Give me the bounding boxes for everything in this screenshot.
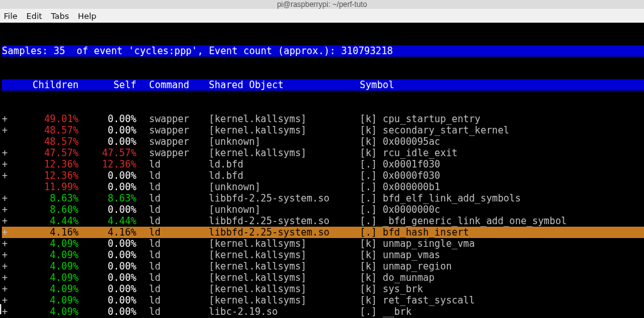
cell-command: ld <box>136 227 196 238</box>
expand-toggle[interactable]: + <box>2 193 8 204</box>
cell-command: swapper <box>136 147 196 159</box>
cell-symbol: [k] unmap_vmas <box>357 249 644 261</box>
cell-self: 0.00% <box>79 283 136 295</box>
table-row[interactable]: +4.09%0.00%ld[kernel.kallsyms][k] do_mun… <box>2 272 644 283</box>
cell-shared-object: [unknown] <box>196 181 357 193</box>
cell-command: ld <box>136 306 196 317</box>
expand-toggle[interactable]: + <box>2 125 8 136</box>
cell-shared-object: libbfd-2.25-system.so <box>196 193 357 204</box>
cell-command: ld <box>136 249 196 261</box>
cell-command: ld <box>136 283 196 295</box>
table-row[interactable]: +12.36%12.36%ldld.bfd[.] 0x0001f030 <box>2 159 644 170</box>
cell-self: 0.00% <box>79 125 136 136</box>
menu-edit[interactable]: Edit <box>26 11 42 21</box>
table-row[interactable]: 11.99%0.00%ld[unknown][.] 0x000000b1 <box>2 181 644 193</box>
cell-self: 8.63% <box>79 193 136 204</box>
cell-command: ld <box>136 215 196 227</box>
table-row[interactable]: 48.57%0.00%swapper[unknown][k] 0x000095a… <box>2 136 644 147</box>
cell-symbol: [k] 0x000095ac <box>357 136 644 147</box>
cell-children: 47.57% <box>8 147 79 159</box>
cell-children: 8.60% <box>8 204 79 215</box>
cell-symbol: [k] ret_fast_syscall <box>357 295 644 306</box>
table-row[interactable]: +4.09%0.00%ld[kernel.kallsyms][k] unmap_… <box>2 249 644 261</box>
menu-file[interactable]: File <box>4 11 18 21</box>
table-row[interactable]: +8.60%0.00%ld[unknown][.] 0x0000000c <box>2 204 644 215</box>
col-children: Children <box>8 79 79 91</box>
cell-children: 4.09% <box>8 249 79 261</box>
cell-self: 0.00% <box>79 306 136 317</box>
cell-shared-object: [kernel.kallsyms] <box>196 125 357 136</box>
cell-children: 11.99% <box>8 181 79 193</box>
cell-command: ld <box>136 272 196 283</box>
expand-toggle[interactable]: + <box>2 215 8 227</box>
table-row[interactable]: +12.36%0.00%ldld.bfd[.] 0x0000f030 <box>2 170 644 181</box>
col-object: Shared Object <box>196 79 357 91</box>
window-title: pi@raspberrypi: ~/perf-tuto <box>0 0 644 9</box>
cell-children: 12.36% <box>8 170 79 181</box>
expand-toggle[interactable]: + <box>2 283 8 295</box>
expand-toggle[interactable]: + <box>2 170 8 181</box>
cell-children: 48.57% <box>8 136 79 147</box>
menu-help[interactable]: Help <box>78 11 97 21</box>
cell-symbol: [.] bfd_elf_link_add_symbols <box>357 193 644 204</box>
cell-shared-object: [kernel.kallsyms] <box>196 147 357 159</box>
cell-self: 0.00% <box>79 204 136 215</box>
menubar: File Edit Tabs Help <box>0 9 644 23</box>
table-row[interactable]: +4.09%0.00%ld[kernel.kallsyms][k] sys_br… <box>2 283 644 295</box>
cell-symbol: [k] unmap_single_vma <box>357 238 644 249</box>
cell-shared-object: [kernel.kallsyms] <box>196 113 357 125</box>
cell-symbol: [k] sys_brk <box>357 283 644 295</box>
cell-children: 12.36% <box>8 159 79 170</box>
cell-self: 0.00% <box>79 170 136 181</box>
table-row[interactable]: +4.16%4.16%ldlibbfd-2.25-system.so[.] bf… <box>2 227 644 238</box>
expand-toggle[interactable] <box>2 136 8 147</box>
cell-self: 0.00% <box>79 113 136 125</box>
expand-toggle[interactable]: + <box>2 204 8 215</box>
perf-summary-line: Samples: 35 of event 'cycles:ppp', Event… <box>2 45 644 57</box>
cell-children: 4.44% <box>8 215 79 227</box>
cell-children: 4.16% <box>8 227 79 238</box>
cell-shared-object: [kernel.kallsyms] <box>196 249 357 261</box>
cell-shared-object: ld.bfd <box>196 159 357 170</box>
cell-shared-object: libbfd-2.25-system.so <box>196 227 357 238</box>
table-row[interactable]: +49.01%0.00%swapper[kernel.kallsyms][k] … <box>2 113 644 125</box>
expand-toggle[interactable]: + <box>2 147 8 159</box>
table-row[interactable]: +4.09%0.00%ldlibc-2.19.so[.] __brk <box>2 306 644 317</box>
cell-command: ld <box>136 170 196 181</box>
cell-command: ld <box>136 261 196 272</box>
cell-command: swapper <box>136 125 196 136</box>
table-row[interactable]: +4.09%0.00%ld[kernel.kallsyms][k] unmap_… <box>2 261 644 272</box>
menu-tabs[interactable]: Tabs <box>51 11 69 21</box>
expand-toggle[interactable]: + <box>2 295 8 306</box>
expand-toggle[interactable]: + <box>2 272 8 283</box>
terminal-output[interactable]: Samples: 35 of event 'cycles:ppp', Event… <box>0 23 644 318</box>
table-row[interactable]: +48.57%0.00%swapper[kernel.kallsyms][k] … <box>2 125 644 136</box>
table-row[interactable]: +4.09%0.00%ld[kernel.kallsyms][k] ret_fa… <box>2 295 644 306</box>
table-row[interactable]: +4.44%4.44%ldlibbfd-2.25-system.so[.] _b… <box>2 215 644 227</box>
expand-toggle[interactable] <box>2 181 8 193</box>
cell-symbol: [k] cpu_startup_entry <box>357 113 644 125</box>
perf-column-headers: Children Self Command Shared Object Symb… <box>2 79 644 91</box>
cell-children: 49.01% <box>8 113 79 125</box>
cell-shared-object: [unknown] <box>196 136 357 147</box>
expand-toggle[interactable]: + <box>2 249 8 261</box>
cell-shared-object: libc-2.19.so <box>196 306 357 317</box>
cell-symbol: [.] 0x0001f030 <box>357 159 644 170</box>
expand-toggle[interactable]: + <box>2 227 8 238</box>
table-row[interactable]: +8.63%8.63%ldlibbfd-2.25-system.so[.] bf… <box>2 193 644 204</box>
cell-self: 0.00% <box>79 249 136 261</box>
cell-children: 4.09% <box>8 261 79 272</box>
cell-shared-object: [kernel.kallsyms] <box>196 295 357 306</box>
cell-children: 4.09% <box>8 283 79 295</box>
expand-toggle[interactable]: + <box>2 238 8 249</box>
cell-shared-object: [kernel.kallsyms] <box>196 272 357 283</box>
table-row[interactable]: +4.09%0.00%ld[kernel.kallsyms][k] unmap_… <box>2 238 644 249</box>
expand-toggle[interactable]: + <box>2 159 8 170</box>
cell-children: 8.63% <box>8 193 79 204</box>
expand-toggle[interactable]: + <box>2 306 8 317</box>
expand-toggle[interactable]: + <box>2 261 8 272</box>
cell-self: 0.00% <box>79 261 136 272</box>
cell-children: 48.57% <box>8 125 79 136</box>
table-row[interactable]: +47.57%47.57%swapper[kernel.kallsyms][k]… <box>2 147 644 159</box>
expand-toggle[interactable]: + <box>2 113 8 125</box>
